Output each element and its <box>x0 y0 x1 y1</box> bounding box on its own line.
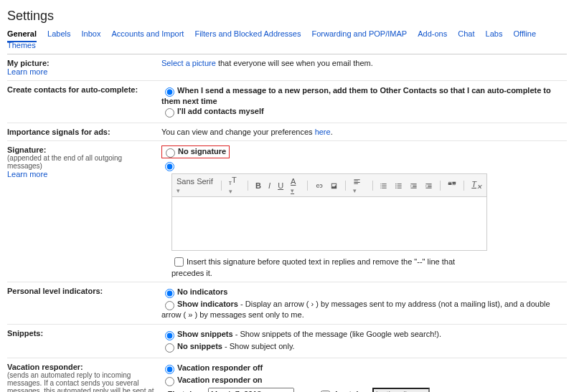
signature-learn-more[interactable]: Learn more <box>7 170 47 178</box>
contacts-manual-radio[interactable]: I'll add contacts myself <box>161 106 567 118</box>
underline-button[interactable]: U <box>276 181 285 190</box>
indent-more-button[interactable] <box>423 181 434 190</box>
indent-less-button[interactable] <box>408 181 419 190</box>
svg-point-1 <box>396 186 397 186</box>
my-picture-learn-more[interactable]: Learn more <box>7 67 47 76</box>
first-day-input[interactable] <box>208 388 294 392</box>
bold-button[interactable]: B <box>254 181 263 190</box>
show-indicators-bold: Show indicators <box>177 300 238 308</box>
snippets-label: Snippets: <box>7 329 154 338</box>
use-signature-radio[interactable] <box>161 160 177 171</box>
my-picture-label: My picture: <box>7 59 154 67</box>
no-indicators-text: No indicators <box>177 287 227 296</box>
text-color-button[interactable]: A <box>289 177 301 194</box>
tab-accounts[interactable]: Accounts and Import <box>112 29 184 41</box>
select-picture-rest: that everyone will see when you email th… <box>216 59 373 67</box>
tab-forwarding[interactable]: Forwarding and POP/IMAP <box>311 29 407 41</box>
indicators-label: Personal level indicators: <box>7 287 154 295</box>
tab-inbox[interactable]: Inbox <box>82 29 101 41</box>
page-title: Settings <box>7 9 567 24</box>
ads-text: You can view and change your preferences <box>161 128 315 136</box>
tab-labels[interactable]: Labels <box>47 29 70 41</box>
remove-formatting-button[interactable]: T✕ <box>470 180 484 191</box>
font-size-dropdown[interactable]: тT <box>227 176 242 195</box>
italic-button[interactable]: I <box>267 181 272 190</box>
vacation-off-radio[interactable]: Vacation responder off <box>161 363 567 374</box>
link-button[interactable] <box>314 181 324 190</box>
numbered-list-button[interactable] <box>378 181 389 190</box>
signature-editor[interactable] <box>171 197 487 251</box>
svg-point-0 <box>396 183 397 184</box>
no-indicators-radio[interactable]: No indicators <box>161 287 567 298</box>
ads-dot: . <box>331 128 333 136</box>
no-signature-text: No signature <box>178 147 226 156</box>
image-button[interactable] <box>329 181 339 190</box>
vacation-sub: (sends an automated reply to incoming me… <box>7 371 154 392</box>
tab-labs[interactable]: Labs <box>486 29 503 41</box>
vacation-label: Vacation responder: <box>7 363 154 371</box>
tab-offline[interactable]: Offline <box>514 29 537 41</box>
font-family-dropdown[interactable]: Sans Serif <box>175 177 215 194</box>
vacation-on-radio[interactable]: Vacation responder on <box>161 375 567 386</box>
no-signature-radio[interactable]: No signature <box>162 146 226 158</box>
show-snippets-bold: Show snippets <box>177 330 233 338</box>
bullet-list-button[interactable] <box>393 181 404 190</box>
no-signature-highlight: No signature <box>161 145 230 158</box>
contacts-label: Create contacts for auto-complete: <box>7 85 154 94</box>
insert-before-quoted-text: Insert this signature before quoted text… <box>171 257 455 278</box>
quote-button[interactable]: ❝❞ <box>446 181 458 190</box>
ads-here-link[interactable]: here <box>315 128 331 136</box>
no-snippets-radio[interactable]: No snippets - Show subject only. <box>161 341 567 353</box>
align-button[interactable] <box>352 176 366 194</box>
tab-addons[interactable]: Add-ons <box>418 29 447 41</box>
show-indicators-radio[interactable]: Show indicators - Display an arrow ( › )… <box>161 299 567 319</box>
signature-label: Signature: <box>7 145 154 154</box>
no-snippets-bold: No snippets <box>177 342 222 350</box>
ads-label: Importance signals for ads: <box>7 128 154 136</box>
show-snippets-text: - Show snippets of the message (like Goo… <box>233 330 441 338</box>
tab-chat[interactable]: Chat <box>458 29 474 41</box>
contacts-auto-text: When I send a message to a new person, a… <box>161 86 551 105</box>
tab-themes[interactable]: Themes <box>7 41 36 52</box>
vacation-off-text: Vacation responder off <box>177 363 263 372</box>
settings-tabs: General Labels Inbox Accounts and Import… <box>7 29 567 54</box>
select-picture-link[interactable]: Select a picture <box>161 59 216 67</box>
last-day-input[interactable] <box>372 388 430 392</box>
vacation-on-text: Vacation responder on <box>177 376 263 384</box>
tab-filters[interactable]: Filters and Blocked Addresses <box>194 29 301 41</box>
show-snippets-radio[interactable]: Show snippets - Show snippets of the mes… <box>161 329 567 340</box>
contacts-auto-radio[interactable]: When I send a message to a new person, a… <box>161 85 567 105</box>
insert-before-quoted-checkbox[interactable]: Insert this signature before quoted text… <box>171 257 455 278</box>
contacts-manual-text: I'll add contacts myself <box>177 107 264 115</box>
signature-sub: (appended at the end of all outgoing mes… <box>7 154 154 170</box>
svg-point-2 <box>396 187 397 188</box>
no-snippets-text: - Show subject only. <box>222 342 295 350</box>
signature-toolbar: Sans Serif тT B I U A <box>171 173 487 197</box>
